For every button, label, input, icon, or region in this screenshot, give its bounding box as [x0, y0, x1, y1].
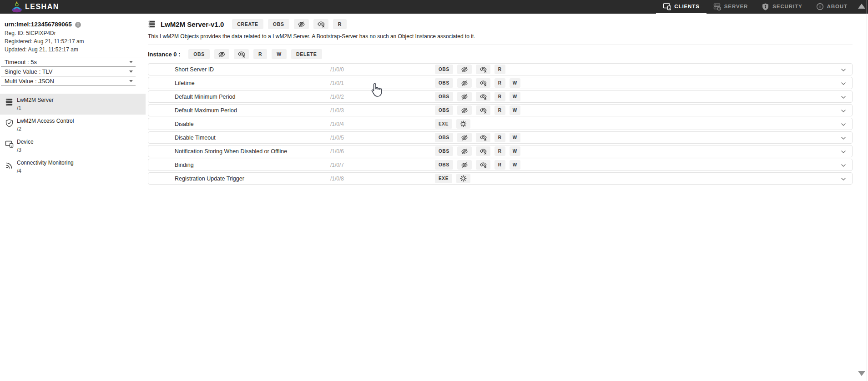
leshan-logo[interactable]: LESHAN: [11, 0, 59, 14]
create-button[interactable]: CREATE: [232, 19, 263, 29]
observe-button[interactable]: OBS: [435, 160, 453, 170]
execute-button[interactable]: EXE: [435, 119, 452, 129]
dns-icon: [5, 98, 14, 106]
observe-button[interactable]: OBS: [268, 19, 289, 29]
eye-off-icon: [461, 93, 468, 100]
write-button[interactable]: W: [510, 92, 520, 101]
chevron-down-icon[interactable]: [840, 121, 847, 130]
read-button[interactable]: R: [333, 19, 347, 29]
stop-observe-button[interactable]: [457, 133, 472, 142]
multi-value-format-select[interactable]: Multi Value : JSON: [1, 76, 136, 86]
timeout-select-value: Timeout : 5s: [5, 59, 37, 65]
resource-operations: OBS R W: [435, 105, 520, 115]
eye-off-icon: [461, 148, 468, 155]
chevron-down-icon[interactable]: [840, 135, 847, 144]
resource-row[interactable]: Lifetime /1/0/1 OBS R W: [148, 77, 853, 89]
object-item-device[interactable]: Device /3: [0, 135, 146, 156]
chevron-down-icon[interactable]: [840, 148, 847, 157]
observe-button[interactable]: OBS: [435, 78, 453, 88]
execute-with-params-button[interactable]: [456, 174, 470, 183]
cancel-observe-button[interactable]: [476, 133, 490, 142]
single-value-format-select[interactable]: Single Value : TLV: [1, 67, 136, 76]
write-button[interactable]: W: [510, 160, 520, 170]
chevron-down-icon[interactable]: [840, 80, 847, 89]
stop-observe-button[interactable]: [457, 160, 472, 170]
resource-path: /1/0/6: [330, 148, 435, 155]
object-item-access-control[interactable]: LwM2M Access Control /2: [0, 115, 146, 135]
info-icon[interactable]: [75, 21, 81, 28]
resource-row[interactable]: Registration Update Trigger /1/0/8 EXE: [148, 172, 853, 185]
scroll-up-arrow-icon[interactable]: [858, 4, 865, 9]
read-button[interactable]: R: [495, 160, 505, 170]
resource-row[interactable]: Default Maximum Period /1/0/3 OBS R W: [148, 104, 853, 116]
resource-row[interactable]: Default Minimum Period /1/0/2 OBS R W: [148, 90, 853, 103]
cancel-observe-button[interactable]: [313, 19, 328, 29]
write-button[interactable]: W: [510, 78, 520, 88]
resource-row[interactable]: Binding /1/0/7 OBS R W: [148, 159, 853, 171]
cancel-observe-button[interactable]: [476, 78, 490, 88]
resource-row[interactable]: Short Server ID /1/0/0 OBS R: [148, 63, 853, 75]
read-button[interactable]: R: [495, 105, 505, 115]
stop-observe-button[interactable]: [294, 19, 309, 29]
instance-stop-observe-button[interactable]: [214, 49, 229, 59]
cancel-observe-button[interactable]: [476, 92, 490, 101]
client-info: urn:imei:123456789065 Reg. ID: 5ICPIXP4D…: [0, 21, 146, 53]
nav-item-server[interactable]: SERVER: [707, 0, 755, 14]
instance-delete-button[interactable]: DELETE: [291, 49, 322, 59]
object-item-lwm2m-server[interactable]: LwM2M Server /1: [0, 94, 146, 115]
instance-read-button[interactable]: R: [253, 49, 267, 59]
cancel-observe-button[interactable]: [476, 146, 490, 156]
chevron-down-icon[interactable]: [840, 162, 847, 171]
scroll-down-arrow-icon[interactable]: [858, 371, 865, 376]
observe-button[interactable]: OBS: [435, 92, 453, 101]
execute-with-params-button[interactable]: [456, 119, 470, 129]
instance-observe-button[interactable]: OBS: [188, 49, 210, 59]
resource-row[interactable]: Disable /1/0/4 EXE: [148, 118, 853, 130]
read-button[interactable]: R: [495, 78, 505, 88]
updated-label: Updated:: [5, 46, 27, 53]
scrollbar-track[interactable]: [867, 0, 867, 381]
eye-cancel-icon: [237, 50, 245, 58]
dns-icon: [148, 20, 156, 28]
chevron-down-icon[interactable]: [840, 107, 847, 116]
observe-button[interactable]: OBS: [435, 133, 453, 142]
instance-cancel-observe-button[interactable]: [234, 49, 249, 59]
info-icon: [816, 3, 824, 10]
write-button[interactable]: W: [510, 146, 520, 156]
nav-item-security[interactable]: SECURITY: [755, 0, 809, 14]
cancel-observe-button[interactable]: [476, 65, 490, 74]
resource-row[interactable]: Disable Timeout /1/0/5 OBS R W: [148, 131, 853, 144]
chevron-down-icon[interactable]: [840, 66, 847, 75]
shield-key-icon: [762, 3, 769, 10]
object-item-connectivity[interactable]: Connectivity Monitoring /4: [0, 156, 146, 177]
nav-item-clients[interactable]: CLIENTS: [656, 0, 707, 14]
cancel-observe-button[interactable]: [476, 105, 490, 115]
observe-button[interactable]: OBS: [435, 146, 453, 156]
write-button[interactable]: W: [510, 105, 520, 115]
object-name: LwM2M Server: [17, 97, 54, 103]
read-button[interactable]: R: [495, 65, 505, 74]
execute-button[interactable]: EXE: [435, 174, 452, 183]
timeout-select[interactable]: Timeout : 5s: [1, 57, 136, 67]
cancel-observe-button[interactable]: [476, 160, 490, 170]
instance-write-button[interactable]: W: [272, 49, 287, 59]
read-button[interactable]: R: [495, 146, 505, 156]
write-button[interactable]: W: [510, 133, 520, 142]
resource-name: Default Maximum Period: [175, 107, 330, 114]
observe-button[interactable]: OBS: [435, 65, 453, 74]
stop-observe-button[interactable]: [457, 146, 472, 156]
chevron-down-icon[interactable]: [840, 94, 847, 103]
observe-button[interactable]: OBS: [435, 105, 453, 115]
read-button[interactable]: R: [495, 92, 505, 101]
eye-cancel-icon: [479, 66, 487, 73]
eye-off-icon: [461, 80, 468, 87]
stop-observe-button[interactable]: [457, 78, 472, 88]
stop-observe-button[interactable]: [457, 65, 472, 74]
object-panel: LwM2M Server-v1.0 CREATE OBS R This LwM2…: [146, 14, 868, 381]
chevron-down-icon[interactable]: [840, 175, 847, 185]
resource-row[interactable]: Notification Storing When Disabled or Of…: [148, 145, 853, 157]
nav-item-about[interactable]: ABOUT: [809, 0, 854, 14]
stop-observe-button[interactable]: [457, 105, 472, 115]
read-button[interactable]: R: [495, 133, 505, 142]
stop-observe-button[interactable]: [457, 92, 472, 101]
